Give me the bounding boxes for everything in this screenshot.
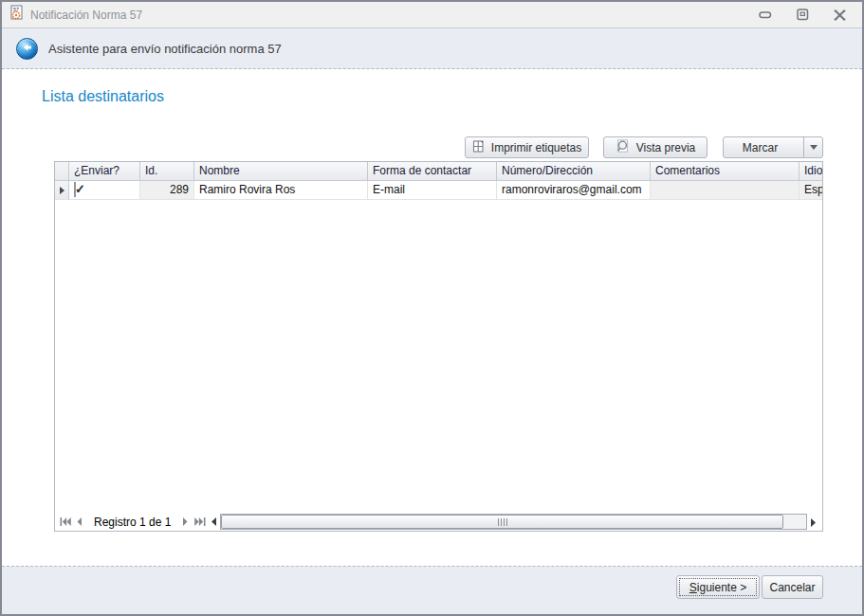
maximize-button[interactable] [795, 9, 810, 22]
mark-button[interactable]: Marcar [724, 141, 797, 154]
column-header-id[interactable]: Id. [140, 162, 194, 181]
window-controls [758, 9, 847, 22]
page-title: Lista destinatarios [42, 88, 164, 105]
preview-button[interactable]: Vista previa [603, 136, 708, 158]
scrollbar-grip-icon [498, 518, 499, 526]
preview-label: Vista previa [636, 141, 695, 154]
column-header-numero-direccion[interactable]: Número/Dirección [497, 162, 651, 181]
recipients-grid: ¿Enviar? Id. Nombre Forma de contactar N… [54, 161, 823, 532]
horizontal-scrollbar[interactable] [220, 514, 807, 530]
content-area: Lista destinatarios Imprimir etiquetas V… [2, 69, 862, 564]
app-icon: 57 [9, 5, 25, 25]
scroll-right-button[interactable] [807, 515, 819, 530]
next-button-label: Siguiente > [677, 581, 759, 594]
cell-comentarios[interactable] [651, 181, 800, 200]
wizard-header: Asistente para envío notificación norma … [2, 28, 862, 69]
footer-bar: Siguiente > Cancelar [2, 566, 862, 614]
back-button[interactable] [16, 38, 38, 60]
previous-record-button[interactable] [72, 515, 86, 530]
table-row[interactable]: 289 Ramiro Rovira Ros E-mail ramonrovira… [55, 181, 822, 200]
next-button[interactable]: Siguiente > [676, 575, 760, 599]
column-header-comentarios[interactable]: Comentarios [651, 162, 800, 181]
column-header-forma-contactar[interactable]: Forma de contactar [368, 162, 497, 181]
row-focus-arrow-icon [60, 187, 64, 194]
scrollbar-grip-icon [504, 518, 505, 526]
scrollbar-grip-icon [506, 518, 507, 526]
grid-header-indicator [55, 162, 69, 181]
chevron-down-icon [810, 145, 818, 150]
cancel-button-label: Cancelar [769, 581, 815, 594]
label-sheet-icon [472, 140, 485, 155]
column-header-idioma[interactable]: Idioma [800, 162, 823, 181]
mark-dropdown-button[interactable] [803, 137, 822, 157]
grid-header-row: ¿Enviar? Id. Nombre Forma de contactar N… [55, 162, 822, 181]
cell-enviar[interactable] [69, 181, 140, 200]
next-record-button[interactable] [178, 515, 193, 530]
wizard-window: 57 Notificación Norma 57 [0, 0, 864, 616]
first-record-button[interactable] [58, 515, 72, 530]
scroll-left-button[interactable] [207, 515, 219, 530]
cell-id[interactable]: 289 [140, 181, 194, 200]
column-header-enviar[interactable]: ¿Enviar? [69, 162, 140, 181]
mark-split-button: Marcar [723, 136, 823, 158]
column-header-nombre[interactable]: Nombre [194, 162, 368, 181]
titlebar: 57 Notificación Norma 57 [2, 2, 862, 28]
cell-idioma[interactable]: Español [800, 181, 823, 200]
last-record-button[interactable] [193, 515, 207, 530]
record-navigator: Registro 1 de 1 [55, 513, 822, 531]
scrollbar-thumb[interactable] [221, 515, 783, 529]
preview-magnifier-icon [616, 139, 630, 155]
record-count-label: Registro 1 de 1 [94, 516, 171, 529]
row-indicator [55, 181, 69, 200]
cell-nombre[interactable]: Ramiro Rovira Ros [194, 181, 368, 200]
enviar-checkbox[interactable] [74, 182, 76, 197]
print-labels-button[interactable]: Imprimir etiquetas [465, 136, 589, 158]
window-title: Notificación Norma 57 [30, 9, 752, 22]
cell-forma-contactar[interactable]: E-mail [368, 181, 497, 200]
wizard-title: Asistente para envío notificación norma … [48, 42, 282, 56]
scrollbar-grip-icon [501, 518, 502, 526]
print-labels-label: Imprimir etiquetas [491, 141, 581, 154]
close-button[interactable] [832, 9, 847, 22]
back-arrow-icon [22, 40, 33, 57]
cell-numero-direccion[interactable]: ramonroviraros@gmail.com [497, 181, 651, 200]
cancel-button[interactable]: Cancelar [762, 575, 823, 599]
minimize-button[interactable] [758, 9, 773, 22]
